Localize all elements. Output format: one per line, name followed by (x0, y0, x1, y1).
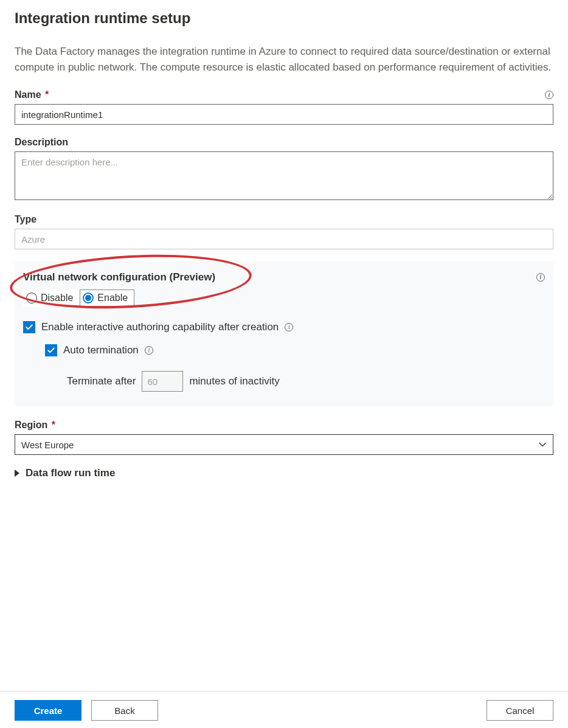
radio-icon (26, 293, 37, 303)
auto-termination-checkbox[interactable] (45, 344, 57, 356)
terminate-after-suffix: minutes of inactivity (189, 375, 279, 387)
enable-authoring-checkbox[interactable] (23, 321, 35, 333)
info-icon[interactable]: i (545, 91, 553, 99)
check-icon (25, 323, 33, 331)
radio-icon (83, 293, 94, 303)
info-icon[interactable]: i (145, 346, 153, 355)
description-field: Description (15, 137, 553, 202)
region-label: Region * (15, 420, 55, 431)
intro-text: The Data Factory manages the integration… (15, 44, 553, 75)
description-input[interactable] (15, 151, 553, 200)
vnet-disable-label: Disable (41, 293, 73, 303)
chevron-right-icon (15, 470, 19, 477)
cancel-button[interactable]: Cancel (487, 700, 553, 721)
info-icon[interactable]: i (536, 273, 545, 282)
name-input[interactable] (15, 104, 553, 125)
vnet-enable-radio[interactable]: Enable (80, 289, 134, 307)
name-field: Name * i (15, 89, 553, 125)
enable-authoring-label: Enable interactive authoring capability … (41, 321, 279, 333)
chevron-down-icon (538, 440, 547, 449)
name-label: Name * (15, 89, 49, 100)
terminate-after-input[interactable] (142, 371, 183, 392)
required-asterisk: * (45, 89, 49, 100)
vnet-disable-radio[interactable]: Disable (23, 289, 80, 307)
auto-termination-label: Auto termination (63, 344, 139, 356)
check-icon (47, 346, 55, 355)
vnet-enable-label: Enable (97, 293, 128, 303)
dataflow-section-toggle[interactable]: Data flow run time (15, 467, 553, 479)
vnet-radio-group: Disable Enable (23, 289, 545, 307)
region-field: Region * West Europe (15, 420, 553, 455)
enable-authoring-checkbox-row: Enable interactive authoring capability … (23, 321, 545, 333)
terminate-after-row: Terminate after minutes of inactivity (67, 371, 545, 392)
vnet-heading: Virtual network configuration (Preview) (23, 271, 215, 283)
back-button[interactable]: Back (91, 700, 158, 721)
region-select[interactable]: West Europe (15, 434, 553, 455)
info-icon[interactable]: i (285, 323, 293, 331)
description-label: Description (15, 137, 68, 148)
footer-bar: Create Back Cancel (0, 691, 568, 721)
dataflow-section-label: Data flow run time (26, 467, 115, 479)
vnet-panel: Virtual network configuration (Preview) … (15, 262, 553, 406)
terminate-after-label: Terminate after (67, 375, 136, 387)
required-asterisk: * (52, 420, 55, 430)
type-input (15, 229, 553, 249)
create-button[interactable]: Create (15, 700, 81, 721)
auto-termination-checkbox-row: Auto termination i (45, 344, 545, 356)
region-selected-value: West Europe (21, 440, 74, 450)
page-title: Integration runtime setup (15, 10, 553, 27)
type-label: Type (15, 214, 36, 225)
type-field: Type (15, 214, 553, 249)
